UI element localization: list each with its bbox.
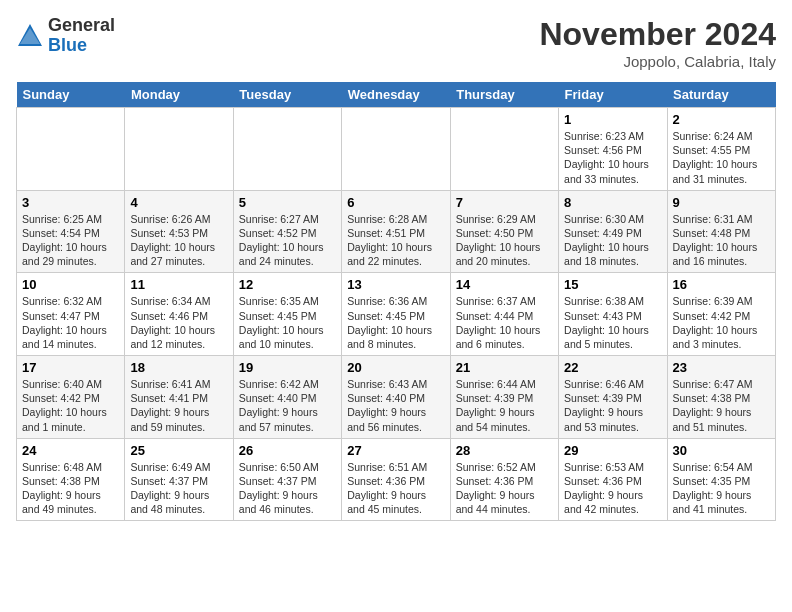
calendar-cell: 16Sunrise: 6:39 AM Sunset: 4:42 PM Dayli…	[667, 273, 775, 356]
day-number: 10	[22, 277, 119, 292]
day-number: 7	[456, 195, 553, 210]
day-info: Sunrise: 6:25 AM Sunset: 4:54 PM Dayligh…	[22, 212, 119, 269]
calendar-cell: 17Sunrise: 6:40 AM Sunset: 4:42 PM Dayli…	[17, 356, 125, 439]
svg-marker-1	[20, 28, 40, 44]
day-info: Sunrise: 6:28 AM Sunset: 4:51 PM Dayligh…	[347, 212, 444, 269]
weekday-header-tuesday: Tuesday	[233, 82, 341, 108]
day-info: Sunrise: 6:39 AM Sunset: 4:42 PM Dayligh…	[673, 294, 770, 351]
calendar-cell: 7Sunrise: 6:29 AM Sunset: 4:50 PM Daylig…	[450, 190, 558, 273]
day-number: 12	[239, 277, 336, 292]
day-info: Sunrise: 6:35 AM Sunset: 4:45 PM Dayligh…	[239, 294, 336, 351]
day-info: Sunrise: 6:36 AM Sunset: 4:45 PM Dayligh…	[347, 294, 444, 351]
calendar-cell: 2Sunrise: 6:24 AM Sunset: 4:55 PM Daylig…	[667, 108, 775, 191]
calendar-cell: 30Sunrise: 6:54 AM Sunset: 4:35 PM Dayli…	[667, 438, 775, 521]
calendar-cell: 14Sunrise: 6:37 AM Sunset: 4:44 PM Dayli…	[450, 273, 558, 356]
weekday-header-sunday: Sunday	[17, 82, 125, 108]
day-number: 29	[564, 443, 661, 458]
day-number: 17	[22, 360, 119, 375]
logo-general: General	[48, 15, 115, 35]
day-info: Sunrise: 6:29 AM Sunset: 4:50 PM Dayligh…	[456, 212, 553, 269]
calendar-cell: 11Sunrise: 6:34 AM Sunset: 4:46 PM Dayli…	[125, 273, 233, 356]
calendar-cell: 22Sunrise: 6:46 AM Sunset: 4:39 PM Dayli…	[559, 356, 667, 439]
day-info: Sunrise: 6:26 AM Sunset: 4:53 PM Dayligh…	[130, 212, 227, 269]
day-number: 27	[347, 443, 444, 458]
logo-text: General Blue	[48, 16, 115, 56]
page-header: General Blue November 2024 Joppolo, Cala…	[16, 16, 776, 70]
day-info: Sunrise: 6:51 AM Sunset: 4:36 PM Dayligh…	[347, 460, 444, 517]
calendar-table: SundayMondayTuesdayWednesdayThursdayFrid…	[16, 82, 776, 521]
calendar-cell: 23Sunrise: 6:47 AM Sunset: 4:38 PM Dayli…	[667, 356, 775, 439]
day-number: 28	[456, 443, 553, 458]
calendar-cell: 25Sunrise: 6:49 AM Sunset: 4:37 PM Dayli…	[125, 438, 233, 521]
day-info: Sunrise: 6:41 AM Sunset: 4:41 PM Dayligh…	[130, 377, 227, 434]
day-info: Sunrise: 6:34 AM Sunset: 4:46 PM Dayligh…	[130, 294, 227, 351]
calendar-cell: 3Sunrise: 6:25 AM Sunset: 4:54 PM Daylig…	[17, 190, 125, 273]
day-number: 18	[130, 360, 227, 375]
weekday-header-monday: Monday	[125, 82, 233, 108]
day-number: 8	[564, 195, 661, 210]
day-number: 6	[347, 195, 444, 210]
day-info: Sunrise: 6:30 AM Sunset: 4:49 PM Dayligh…	[564, 212, 661, 269]
day-info: Sunrise: 6:31 AM Sunset: 4:48 PM Dayligh…	[673, 212, 770, 269]
calendar-cell: 13Sunrise: 6:36 AM Sunset: 4:45 PM Dayli…	[342, 273, 450, 356]
day-number: 26	[239, 443, 336, 458]
day-number: 23	[673, 360, 770, 375]
day-number: 3	[22, 195, 119, 210]
logo-blue: Blue	[48, 35, 87, 55]
calendar-cell: 8Sunrise: 6:30 AM Sunset: 4:49 PM Daylig…	[559, 190, 667, 273]
logo: General Blue	[16, 16, 115, 56]
day-number: 22	[564, 360, 661, 375]
day-info: Sunrise: 6:42 AM Sunset: 4:40 PM Dayligh…	[239, 377, 336, 434]
day-info: Sunrise: 6:23 AM Sunset: 4:56 PM Dayligh…	[564, 129, 661, 186]
calendar-cell	[342, 108, 450, 191]
day-info: Sunrise: 6:48 AM Sunset: 4:38 PM Dayligh…	[22, 460, 119, 517]
day-info: Sunrise: 6:24 AM Sunset: 4:55 PM Dayligh…	[673, 129, 770, 186]
day-number: 11	[130, 277, 227, 292]
day-number: 25	[130, 443, 227, 458]
day-number: 21	[456, 360, 553, 375]
month-title: November 2024	[539, 16, 776, 53]
calendar-cell: 27Sunrise: 6:51 AM Sunset: 4:36 PM Dayli…	[342, 438, 450, 521]
weekday-header-wednesday: Wednesday	[342, 82, 450, 108]
calendar-cell: 20Sunrise: 6:43 AM Sunset: 4:40 PM Dayli…	[342, 356, 450, 439]
calendar-cell	[125, 108, 233, 191]
day-number: 9	[673, 195, 770, 210]
calendar-cell: 24Sunrise: 6:48 AM Sunset: 4:38 PM Dayli…	[17, 438, 125, 521]
calendar-cell: 10Sunrise: 6:32 AM Sunset: 4:47 PM Dayli…	[17, 273, 125, 356]
calendar-cell	[233, 108, 341, 191]
day-number: 30	[673, 443, 770, 458]
day-info: Sunrise: 6:37 AM Sunset: 4:44 PM Dayligh…	[456, 294, 553, 351]
day-info: Sunrise: 6:54 AM Sunset: 4:35 PM Dayligh…	[673, 460, 770, 517]
logo-icon	[16, 22, 44, 50]
day-info: Sunrise: 6:46 AM Sunset: 4:39 PM Dayligh…	[564, 377, 661, 434]
calendar-cell: 28Sunrise: 6:52 AM Sunset: 4:36 PM Dayli…	[450, 438, 558, 521]
day-info: Sunrise: 6:52 AM Sunset: 4:36 PM Dayligh…	[456, 460, 553, 517]
day-number: 19	[239, 360, 336, 375]
calendar-cell: 5Sunrise: 6:27 AM Sunset: 4:52 PM Daylig…	[233, 190, 341, 273]
calendar-cell: 9Sunrise: 6:31 AM Sunset: 4:48 PM Daylig…	[667, 190, 775, 273]
day-info: Sunrise: 6:38 AM Sunset: 4:43 PM Dayligh…	[564, 294, 661, 351]
calendar-cell: 12Sunrise: 6:35 AM Sunset: 4:45 PM Dayli…	[233, 273, 341, 356]
calendar-cell	[450, 108, 558, 191]
day-number: 14	[456, 277, 553, 292]
day-info: Sunrise: 6:49 AM Sunset: 4:37 PM Dayligh…	[130, 460, 227, 517]
weekday-header-friday: Friday	[559, 82, 667, 108]
calendar-cell: 29Sunrise: 6:53 AM Sunset: 4:36 PM Dayli…	[559, 438, 667, 521]
day-info: Sunrise: 6:27 AM Sunset: 4:52 PM Dayligh…	[239, 212, 336, 269]
day-number: 4	[130, 195, 227, 210]
calendar-cell	[17, 108, 125, 191]
day-info: Sunrise: 6:53 AM Sunset: 4:36 PM Dayligh…	[564, 460, 661, 517]
calendar-cell: 4Sunrise: 6:26 AM Sunset: 4:53 PM Daylig…	[125, 190, 233, 273]
day-number: 13	[347, 277, 444, 292]
title-block: November 2024 Joppolo, Calabria, Italy	[539, 16, 776, 70]
weekday-header-saturday: Saturday	[667, 82, 775, 108]
calendar-cell: 26Sunrise: 6:50 AM Sunset: 4:37 PM Dayli…	[233, 438, 341, 521]
calendar-cell: 15Sunrise: 6:38 AM Sunset: 4:43 PM Dayli…	[559, 273, 667, 356]
calendar-cell: 6Sunrise: 6:28 AM Sunset: 4:51 PM Daylig…	[342, 190, 450, 273]
weekday-header-thursday: Thursday	[450, 82, 558, 108]
day-number: 20	[347, 360, 444, 375]
calendar-cell: 18Sunrise: 6:41 AM Sunset: 4:41 PM Dayli…	[125, 356, 233, 439]
day-number: 16	[673, 277, 770, 292]
day-info: Sunrise: 6:50 AM Sunset: 4:37 PM Dayligh…	[239, 460, 336, 517]
calendar-cell: 19Sunrise: 6:42 AM Sunset: 4:40 PM Dayli…	[233, 356, 341, 439]
